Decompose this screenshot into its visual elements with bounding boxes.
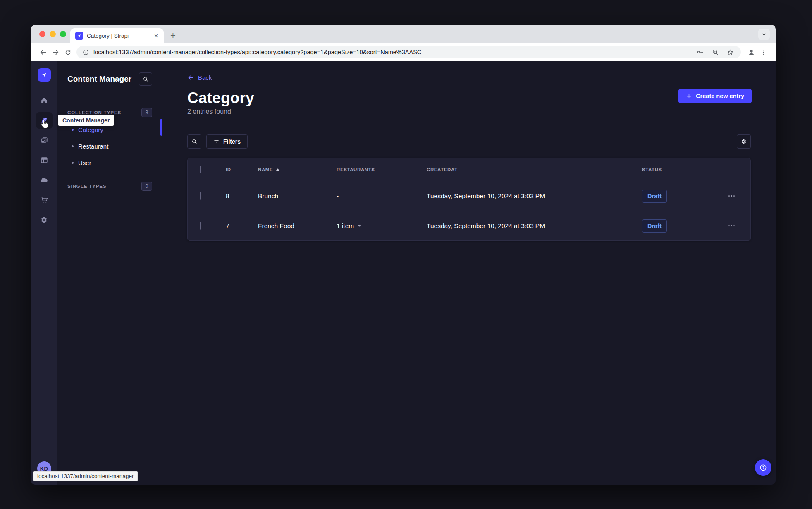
filters-button[interactable]: Filters [206, 134, 248, 149]
bookmark-star-icon[interactable] [725, 46, 735, 58]
column-header-restaurants: RESTAURANTS [325, 167, 415, 172]
cell-name: Brunch [246, 192, 325, 200]
url-text[interactable]: localhost:1337/admin/content-manager/col… [93, 49, 690, 55]
tab-search-chevron-icon[interactable] [758, 29, 770, 40]
collection-types-count-badge: 3 [141, 108, 152, 117]
subnav-search-button[interactable] [139, 72, 152, 86]
row-checkbox[interactable] [200, 192, 201, 200]
nav-cloud-icon[interactable] [36, 172, 53, 188]
page-title: Category [187, 89, 751, 107]
tab-strip: Category | Strapi × + [31, 25, 776, 43]
back-icon[interactable] [37, 46, 49, 58]
new-tab-button[interactable]: + [170, 31, 176, 40]
row-actions-menu-icon[interactable] [715, 195, 750, 197]
zoom-in-icon[interactable] [710, 46, 720, 58]
sort-ascending-icon [276, 168, 279, 171]
strapi-logo-icon[interactable] [38, 68, 51, 82]
browser-toolbar: localhost:1337/admin/content-manager/col… [31, 43, 776, 61]
browser-menu-kebab-icon[interactable] [757, 46, 770, 58]
browser-tab[interactable]: Category | Strapi × [70, 28, 164, 43]
url-bar[interactable]: localhost:1337/admin/content-manager/col… [76, 46, 741, 58]
minimize-window-button[interactable] [50, 31, 56, 37]
view-settings-gear-button[interactable] [737, 134, 751, 149]
single-types-count-badge: 0 [141, 182, 152, 191]
tab-title: Category | Strapi [87, 33, 153, 39]
subnav-divider [68, 97, 79, 97]
entries-count: 2 entries found [187, 108, 751, 115]
cell-id: 8 [214, 192, 246, 200]
nav-media-library-icon[interactable] [36, 132, 53, 149]
cell-id: 7 [214, 222, 246, 230]
subnav-item-restaurant[interactable]: Restaurant [67, 138, 152, 154]
column-header-status: STATUS [628, 167, 715, 172]
password-key-icon[interactable] [695, 46, 705, 58]
help-button[interactable]: ? [755, 459, 771, 476]
bullet-icon [72, 162, 74, 164]
status-badge: Draft [642, 219, 667, 233]
nav-content-type-builder-icon[interactable] [36, 152, 53, 168]
entries-table: ID NAME RESTAURANTS CREATEDAT STATUS 8 B… [187, 158, 751, 241]
main-content: Back Category 2 entries found Create new… [162, 61, 776, 485]
expand-relations-caret-icon[interactable] [358, 225, 361, 227]
search-button[interactable] [187, 134, 201, 149]
page-info-icon[interactable] [82, 49, 89, 56]
column-header-id[interactable]: ID [214, 167, 246, 172]
reload-icon[interactable] [62, 46, 74, 58]
row-actions-menu-icon[interactable] [715, 225, 750, 226]
traffic-lights [39, 31, 66, 37]
create-new-entry-button[interactable]: Create new entry [678, 89, 752, 103]
mouse-cursor-hand [39, 119, 50, 132]
column-header-name[interactable]: NAME [246, 167, 325, 172]
cell-name: French Food [246, 222, 325, 230]
active-item-indicator [160, 119, 162, 136]
subnav-item-user[interactable]: User [67, 154, 152, 171]
table-row[interactable]: 8 Brunch - Tuesday, September 10, 2024 a… [188, 181, 750, 211]
tab-close-icon[interactable]: × [153, 32, 160, 40]
bullet-icon [72, 145, 74, 147]
nav-home-icon[interactable] [36, 92, 53, 109]
status-bar-url: localhost:1337/admin/content-manager [33, 471, 138, 481]
select-all-checkbox[interactable] [200, 166, 201, 173]
table-header-row: ID NAME RESTAURANTS CREATEDAT STATUS [188, 158, 750, 181]
content-manager-tooltip: Content Manager [58, 115, 114, 126]
nav-settings-gear-icon[interactable] [36, 211, 53, 228]
cell-createdat: Tuesday, September 10, 2024 at 3:03 PM [415, 192, 628, 200]
rail-divider [38, 89, 50, 89]
bullet-icon [72, 129, 74, 131]
svg-text:?: ? [762, 466, 764, 470]
collection-types-list: Category Restaurant User [67, 121, 152, 171]
cell-createdat: Tuesday, September 10, 2024 at 3:03 PM [415, 222, 628, 230]
profile-avatar-icon[interactable] [745, 46, 757, 58]
column-header-createdat: CREATEDAT [415, 167, 628, 172]
subnav-title: Content Manager [67, 74, 131, 84]
nav-marketplace-cart-icon[interactable] [36, 192, 53, 208]
back-link[interactable]: Back [187, 74, 212, 81]
browser-window: Category | Strapi × + localhost:1337/adm… [31, 25, 776, 485]
single-types-label: SINGLE TYPES [67, 184, 107, 189]
table-row[interactable]: 7 French Food 1 item Tuesday, September … [188, 211, 750, 240]
row-checkbox[interactable] [200, 222, 201, 230]
collection-types-label: COLLECTION TYPES [67, 110, 121, 115]
strapi-favicon-icon [75, 32, 83, 40]
cell-restaurants: 1 item [325, 222, 415, 230]
status-badge: Draft [642, 190, 667, 203]
strapi-app: KD Content Manager COLLECTION TYPES 3 Ca… [31, 61, 776, 485]
fullscreen-window-button[interactable] [60, 31, 66, 37]
cell-restaurants: - [325, 192, 415, 200]
close-window-button[interactable] [39, 31, 45, 37]
forward-icon[interactable] [49, 46, 62, 58]
